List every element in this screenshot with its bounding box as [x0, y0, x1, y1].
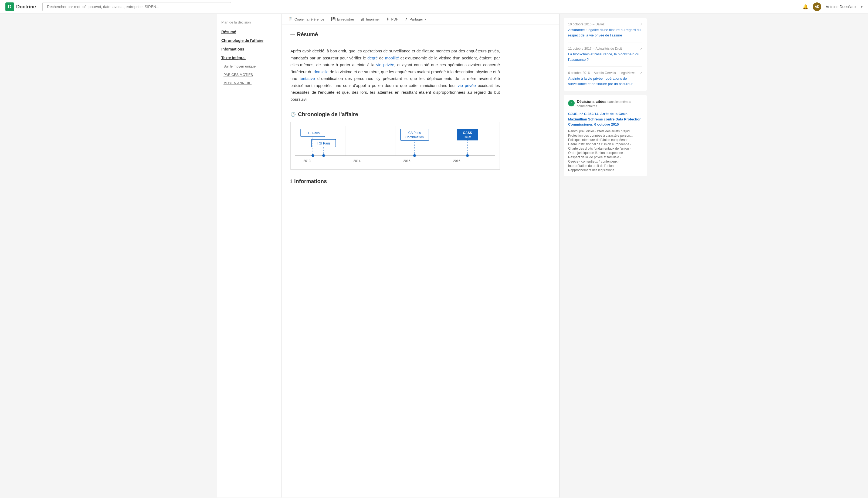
resume-section: — Résumé Après avoir décidé, à bon droit…: [290, 31, 500, 103]
article-1-source: Dalloz: [595, 23, 640, 26]
svg-text:2014: 2014: [353, 159, 361, 163]
article-2-meta: 11 octobre 2017 – Actualités du Droit ↗: [568, 47, 642, 51]
svg-text:CA Paris: CA Paris: [408, 131, 421, 135]
share-label: Partager: [409, 17, 423, 21]
external-link-icon-2[interactable]: ↗: [640, 47, 642, 51]
print-button[interactable]: 🖨 Imprimer: [361, 17, 380, 21]
resume-title: — Résumé: [290, 31, 500, 38]
tag-6: Ordre juridique de l'Union européenne ·: [568, 151, 642, 155]
decisions-icon: ": [568, 100, 574, 106]
svg-text:CASS: CASS: [463, 131, 472, 135]
link-vie-privee-1[interactable]: vie privée: [376, 62, 394, 67]
decisions-section: " Décisions citées dans les mêmes commen…: [564, 95, 647, 176]
article-1-meta: 10 octobre 2016 – Dalloz ↗: [568, 23, 642, 26]
svg-text:Rejet: Rejet: [464, 135, 472, 139]
tag-7: Respect de la vie privée et familiale ·: [568, 155, 642, 159]
external-link-icon-1[interactable]: ↗: [640, 23, 642, 26]
tag-3: Politique intérieure de l'Union européen…: [568, 138, 642, 142]
save-button[interactable]: 💾 Enregistrer: [331, 17, 354, 21]
article-1-date: 10 octobre 2016: [568, 23, 592, 26]
toolbar: 📋 Copier la référence 💾 Enregistrer 🖨 Im…: [282, 14, 559, 25]
article-1: 10 octobre 2016 – Dalloz ↗ Assurance : l…: [568, 23, 642, 42]
avatar: AD: [813, 2, 821, 11]
sidebar-item-resume[interactable]: Résumé: [217, 28, 282, 36]
tag-8: Cee/ce - contentieux * contentieux ·: [568, 160, 642, 163]
sidebar-title: Plan de la décision: [217, 18, 282, 28]
timeline-svg: TGI Paris TGI Paris CA Paris C: [295, 127, 495, 164]
share-button[interactable]: ↗ Partager ▾: [405, 17, 426, 21]
sidebar-item-par-ces-motifs[interactable]: PAR CES MOTIFS: [217, 70, 282, 79]
article-3-date: 6 octobre 2016: [568, 71, 590, 75]
articles-section: 10 octobre 2016 – Dalloz ↗ Assurance : l…: [564, 18, 647, 91]
sidebar: Plan de la décision Résumé Chronologie d…: [217, 14, 282, 497]
print-icon: 🖨: [361, 17, 364, 21]
clock-icon: 🕐: [290, 112, 296, 117]
sidebar-item-informations[interactable]: Informations: [217, 45, 282, 53]
main-content: 📋 Copier la référence 💾 Enregistrer 🖨 Im…: [282, 14, 559, 497]
article-2-date: 11 octobre 2017: [568, 47, 592, 51]
pdf-button[interactable]: ⬇ PDF: [386, 17, 398, 21]
svg-point-21: [466, 154, 469, 157]
tag-1: Renvoi préjudiciel - effets des arrêts p…: [568, 129, 642, 133]
content-area: — Résumé Après avoir décidé, à bon droit…: [282, 25, 508, 200]
copy-label: Copier la référence: [295, 17, 324, 21]
bell-icon[interactable]: 🔔: [802, 4, 808, 10]
chevron-down-icon[interactable]: ▾: [861, 4, 863, 9]
informations-section: ℹ Informations: [290, 178, 500, 184]
svg-point-11: [322, 154, 325, 157]
external-link-icon-3[interactable]: ↗: [640, 71, 642, 75]
link-vie-privee-2[interactable]: vie privée: [458, 83, 476, 88]
svg-text:Confirmation: Confirmation: [405, 135, 424, 139]
link-domicile[interactable]: domicile: [314, 69, 328, 74]
article-3-source: Aurélia Gervais – LegalNews: [594, 71, 640, 75]
svg-text:2015: 2015: [403, 159, 410, 163]
sidebar-item-moyen-annexe[interactable]: MOYEN ANNEXE: [217, 79, 282, 87]
timeline-container: TGI Paris TGI Paris CA Paris C: [290, 122, 500, 170]
link-degre[interactable]: degré: [367, 56, 378, 60]
svg-text:TGI Paris: TGI Paris: [306, 131, 320, 135]
right-sidebar: 10 octobre 2016 – Dalloz ↗ Assurance : l…: [559, 14, 651, 497]
article-2: 11 octobre 2017 – Actualités du Droit ↗ …: [568, 47, 642, 67]
svg-point-16: [413, 154, 416, 157]
decisions-title: Décisions citées: [577, 100, 607, 104]
chronologie-section: 🕐 Chronologie de l'affaire TGI Paris: [290, 111, 500, 170]
svg-text:TGI Paris: TGI Paris: [317, 142, 331, 145]
share-chevron: ▾: [424, 18, 426, 21]
article-2-source: Actualités du Droit: [595, 47, 640, 51]
logo-text: Doctrine: [16, 4, 36, 10]
link-tentative[interactable]: tentative: [300, 76, 315, 81]
user-name: Antoine Dusséaux: [826, 4, 856, 9]
logo-area: D Doctrine: [5, 2, 36, 11]
article-3-link[interactable]: Atteinte à la vie privée : opérations de…: [568, 76, 633, 86]
sidebar-item-moyen[interactable]: Sur le moyen unique: [217, 62, 282, 70]
tag-9: Interprétation du droit de l'union ·: [568, 164, 642, 168]
save-icon: 💾: [331, 17, 336, 21]
decision-main-link[interactable]: CJUE, n° C-362/14, Arrêt de la Cour, Max…: [568, 111, 642, 127]
article-3-meta: 6 octobre 2016 – Aurélia Gervais – Legal…: [568, 71, 642, 75]
sidebar-item-texte[interactable]: Texte intégral: [217, 53, 282, 62]
article-1-link[interactable]: Assurance : légalité d'une filature au r…: [568, 28, 640, 37]
pdf-label: PDF: [391, 17, 398, 21]
article-3: 6 octobre 2016 – Aurélia Gervais – Legal…: [568, 71, 642, 87]
svg-text:2013: 2013: [303, 159, 311, 163]
copy-reference-button[interactable]: 📋 Copier la référence: [288, 17, 324, 21]
pdf-icon: ⬇: [386, 17, 390, 21]
copy-icon: 📋: [288, 17, 293, 21]
share-icon: ↗: [405, 17, 408, 21]
decisions-header: " Décisions citées dans les mêmes commen…: [568, 100, 642, 108]
link-mobilite[interactable]: mobilité: [385, 56, 399, 60]
page-layout: Plan de la décision Résumé Chronologie d…: [217, 14, 651, 497]
info-icon: ℹ: [290, 179, 292, 184]
header: D Doctrine 🔔 AD Antoine Dusséaux ▾: [0, 0, 868, 14]
search-input[interactable]: [42, 2, 231, 11]
svg-text:2016: 2016: [453, 159, 460, 163]
chronologie-title: 🕐 Chronologie de l'affaire: [290, 111, 500, 117]
decision-tags: Renvoi préjudiciel - effets des arrêts p…: [568, 129, 642, 172]
save-label: Enregistrer: [337, 17, 354, 21]
resume-text: Après avoir décidé, à bon droit, que les…: [290, 48, 500, 103]
print-label: Imprimer: [366, 17, 380, 21]
article-2-link[interactable]: La blockchain et l'assurance, la blockch…: [568, 52, 639, 62]
logo-icon: D: [5, 2, 14, 11]
sidebar-item-chronologie[interactable]: Chronologie de l'affaire: [217, 36, 282, 45]
informations-title: ℹ Informations: [290, 178, 500, 184]
